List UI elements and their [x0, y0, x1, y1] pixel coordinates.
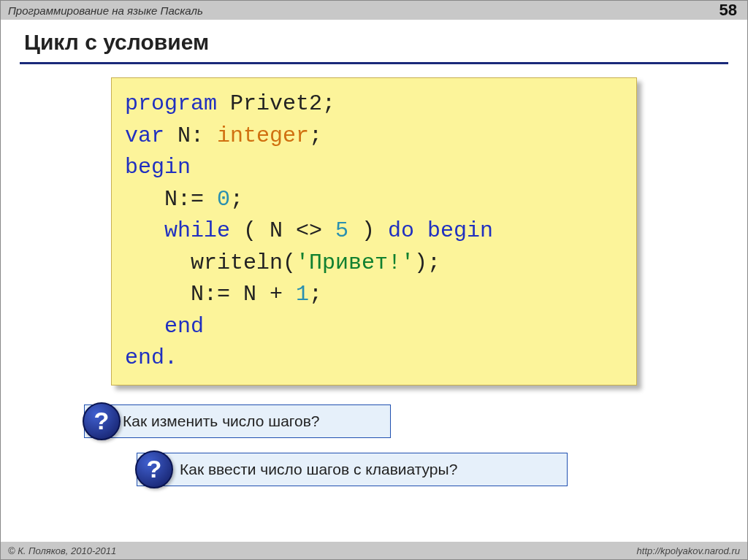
- header-title: Программирование на языке Паскаль: [8, 4, 203, 17]
- question-icon: ?: [83, 402, 121, 440]
- slide-page: Программирование на языке Паскаль 58 Цик…: [0, 0, 748, 560]
- question-icon: ?: [135, 450, 173, 488]
- code-line: end.: [125, 342, 623, 375]
- question-text-1: Как изменить число шагов?: [84, 404, 391, 438]
- code-line: begin: [125, 152, 623, 184]
- code-line: while ( N <> 5 ) do begin: [125, 215, 623, 248]
- code-block: program Privet2; var N: integer; begin N…: [111, 77, 637, 386]
- question-text-2: Как ввести число шагов с клавиатуры?: [137, 453, 568, 486]
- question-box-1: ? Как изменить число шагов?: [84, 404, 391, 438]
- footer-bar: © К. Поляков, 2010-2011 http://kpolyakov…: [1, 542, 747, 559]
- code-line: N:= 0;: [125, 184, 623, 216]
- code-line: program Privet2;: [125, 88, 623, 120]
- header-bar: Программирование на языке Паскаль 58: [1, 1, 747, 20]
- code-line: writeln('Привет!');: [125, 248, 623, 280]
- questions-area: ? Как изменить число шагов? ? Как ввести…: [20, 404, 728, 486]
- code-line: var N: integer;: [125, 120, 623, 153]
- question-box-2: ? Как ввести число шагов с клавиатуры?: [137, 453, 568, 486]
- page-number: 58: [720, 1, 737, 20]
- slide-title: Цикл с условием: [20, 27, 728, 64]
- code-line: end: [125, 311, 623, 343]
- footer-url: http://kpolyakov.narod.ru: [637, 545, 740, 556]
- code-line: N:= N + 1;: [125, 279, 623, 311]
- footer-copyright: © К. Поляков, 2010-2011: [8, 545, 116, 556]
- content-area: Цикл с условием program Privet2; var N: …: [1, 20, 747, 542]
